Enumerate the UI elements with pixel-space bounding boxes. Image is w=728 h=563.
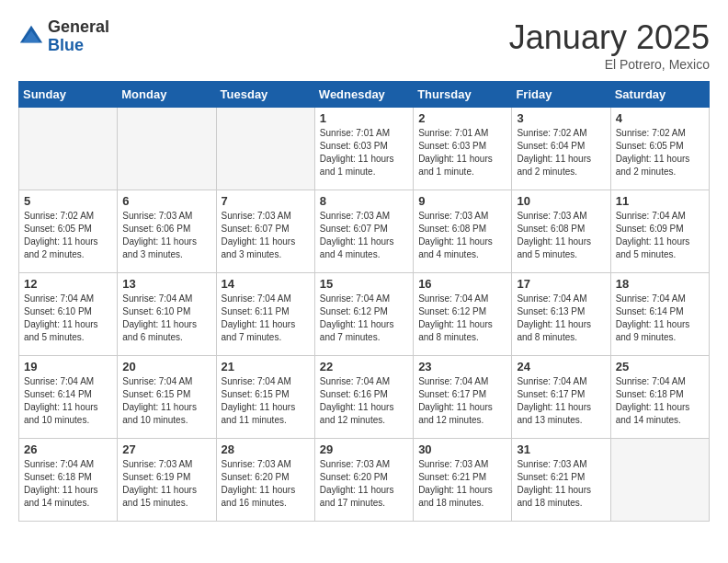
day-info: Sunrise: 7:04 AM Sunset: 6:10 PM Dayligh…	[24, 293, 112, 344]
calendar-cell: 14Sunrise: 7:04 AM Sunset: 6:11 PM Dayli…	[216, 273, 314, 356]
day-number: 30	[418, 442, 506, 456]
day-info: Sunrise: 7:03 AM Sunset: 6:21 PM Dayligh…	[418, 458, 506, 510]
calendar-cell: 28Sunrise: 7:03 AM Sunset: 6:20 PM Dayli…	[216, 439, 314, 522]
day-number: 25	[616, 360, 704, 373]
day-info: Sunrise: 7:04 AM Sunset: 6:12 PM Dayligh…	[418, 293, 506, 344]
day-number: 3	[517, 111, 605, 125]
calendar-cell: 24Sunrise: 7:04 AM Sunset: 6:17 PM Dayli…	[512, 356, 610, 439]
day-info: Sunrise: 7:03 AM Sunset: 6:06 PM Dayligh…	[122, 210, 210, 261]
day-info: Sunrise: 7:02 AM Sunset: 6:05 PM Dayligh…	[616, 127, 704, 178]
calendar-cell: 10Sunrise: 7:03 AM Sunset: 6:08 PM Dayli…	[512, 190, 610, 273]
day-info: Sunrise: 7:04 AM Sunset: 6:13 PM Dayligh…	[517, 293, 605, 344]
calendar-cell	[118, 108, 216, 190]
calendar-cell: 19Sunrise: 7:04 AM Sunset: 6:14 PM Dayli…	[19, 356, 118, 439]
calendar-cell	[610, 439, 709, 522]
day-info: Sunrise: 7:03 AM Sunset: 6:07 PM Dayligh…	[222, 210, 310, 261]
calendar-week-4: 19Sunrise: 7:04 AM Sunset: 6:14 PM Dayli…	[19, 356, 710, 439]
weekday-header-row: SundayMondayTuesdayWednesdayThursdayFrid…	[19, 82, 710, 108]
day-info: Sunrise: 7:03 AM Sunset: 6:19 PM Dayligh…	[122, 458, 210, 510]
logo: General Blue	[18, 18, 109, 55]
day-info: Sunrise: 7:03 AM Sunset: 6:08 PM Dayligh…	[418, 210, 506, 261]
day-info: Sunrise: 7:04 AM Sunset: 6:09 PM Dayligh…	[616, 210, 704, 261]
calendar-cell: 4Sunrise: 7:02 AM Sunset: 6:05 PM Daylig…	[610, 108, 709, 190]
day-info: Sunrise: 7:04 AM Sunset: 6:16 PM Dayligh…	[320, 375, 408, 427]
day-number: 29	[320, 442, 408, 456]
logo-blue-text: Blue	[48, 36, 84, 54]
calendar-week-2: 5Sunrise: 7:02 AM Sunset: 6:05 PM Daylig…	[19, 190, 710, 273]
day-info: Sunrise: 7:03 AM Sunset: 6:20 PM Dayligh…	[222, 458, 310, 510]
day-number: 22	[320, 360, 408, 373]
weekday-header-saturday: Saturday	[610, 82, 709, 108]
day-number: 15	[320, 277, 408, 291]
calendar-cell: 7Sunrise: 7:03 AM Sunset: 6:07 PM Daylig…	[216, 190, 314, 273]
day-number: 8	[320, 194, 408, 208]
calendar-cell: 20Sunrise: 7:04 AM Sunset: 6:15 PM Dayli…	[118, 356, 216, 439]
calendar-cell: 31Sunrise: 7:03 AM Sunset: 6:21 PM Dayli…	[512, 439, 610, 522]
calendar-cell: 15Sunrise: 7:04 AM Sunset: 6:12 PM Dayli…	[314, 273, 413, 356]
calendar-cell: 27Sunrise: 7:03 AM Sunset: 6:19 PM Dayli…	[118, 439, 216, 522]
calendar-cell: 1Sunrise: 7:01 AM Sunset: 6:03 PM Daylig…	[314, 108, 413, 190]
calendar-cell	[216, 108, 314, 190]
day-info: Sunrise: 7:01 AM Sunset: 6:03 PM Dayligh…	[418, 127, 506, 178]
calendar-cell: 18Sunrise: 7:04 AM Sunset: 6:14 PM Dayli…	[610, 273, 709, 356]
day-number: 11	[616, 194, 704, 208]
calendar-cell: 23Sunrise: 7:04 AM Sunset: 6:17 PM Dayli…	[414, 356, 512, 439]
calendar-cell: 2Sunrise: 7:01 AM Sunset: 6:03 PM Daylig…	[414, 108, 512, 190]
day-info: Sunrise: 7:04 AM Sunset: 6:17 PM Dayligh…	[517, 375, 605, 427]
calendar-cell: 17Sunrise: 7:04 AM Sunset: 6:13 PM Dayli…	[512, 273, 610, 356]
calendar-cell: 30Sunrise: 7:03 AM Sunset: 6:21 PM Dayli…	[414, 439, 512, 522]
day-info: Sunrise: 7:02 AM Sunset: 6:04 PM Dayligh…	[517, 127, 605, 178]
day-number: 9	[418, 194, 506, 208]
day-number: 6	[122, 194, 210, 208]
day-info: Sunrise: 7:04 AM Sunset: 6:12 PM Dayligh…	[320, 293, 408, 344]
day-info: Sunrise: 7:04 AM Sunset: 6:14 PM Dayligh…	[24, 375, 112, 427]
day-info: Sunrise: 7:03 AM Sunset: 6:08 PM Dayligh…	[517, 210, 605, 261]
page-header: General Blue January 2025 El Potrero, Me…	[18, 18, 710, 72]
calendar-cell: 8Sunrise: 7:03 AM Sunset: 6:07 PM Daylig…	[314, 190, 413, 273]
day-number: 20	[122, 360, 210, 373]
day-number: 19	[24, 360, 112, 373]
calendar-week-3: 12Sunrise: 7:04 AM Sunset: 6:10 PM Dayli…	[19, 273, 710, 356]
day-number: 23	[418, 360, 506, 373]
day-number: 13	[122, 277, 210, 291]
calendar-cell: 29Sunrise: 7:03 AM Sunset: 6:20 PM Dayli…	[314, 439, 413, 522]
location: El Potrero, Mexico	[509, 57, 710, 72]
day-info: Sunrise: 7:04 AM Sunset: 6:14 PM Dayligh…	[616, 293, 704, 344]
calendar-cell: 13Sunrise: 7:04 AM Sunset: 6:10 PM Dayli…	[118, 273, 216, 356]
calendar-week-5: 26Sunrise: 7:04 AM Sunset: 6:18 PM Dayli…	[19, 439, 710, 522]
day-info: Sunrise: 7:03 AM Sunset: 6:07 PM Dayligh…	[320, 210, 408, 261]
day-info: Sunrise: 7:03 AM Sunset: 6:21 PM Dayligh…	[517, 458, 605, 510]
day-number: 10	[517, 194, 605, 208]
day-number: 2	[418, 111, 506, 125]
day-info: Sunrise: 7:04 AM Sunset: 6:10 PM Dayligh…	[122, 293, 210, 344]
calendar-cell: 26Sunrise: 7:04 AM Sunset: 6:18 PM Dayli…	[19, 439, 118, 522]
calendar-cell: 3Sunrise: 7:02 AM Sunset: 6:04 PM Daylig…	[512, 108, 610, 190]
weekday-header-friday: Friday	[512, 82, 610, 108]
calendar-cell: 11Sunrise: 7:04 AM Sunset: 6:09 PM Dayli…	[610, 190, 709, 273]
day-info: Sunrise: 7:04 AM Sunset: 6:15 PM Dayligh…	[222, 375, 310, 427]
calendar-week-1: 1Sunrise: 7:01 AM Sunset: 6:03 PM Daylig…	[19, 108, 710, 190]
day-info: Sunrise: 7:03 AM Sunset: 6:20 PM Dayligh…	[320, 458, 408, 510]
day-number: 31	[517, 442, 605, 456]
day-number: 17	[517, 277, 605, 291]
month-title: January 2025	[509, 18, 710, 57]
day-number: 12	[24, 277, 112, 291]
calendar-cell: 12Sunrise: 7:04 AM Sunset: 6:10 PM Dayli…	[19, 273, 118, 356]
weekday-header-monday: Monday	[118, 82, 216, 108]
day-number: 16	[418, 277, 506, 291]
calendar-table: SundayMondayTuesdayWednesdayThursdayFrid…	[18, 81, 710, 522]
day-info: Sunrise: 7:04 AM Sunset: 6:15 PM Dayligh…	[122, 375, 210, 427]
calendar-cell: 21Sunrise: 7:04 AM Sunset: 6:15 PM Dayli…	[216, 356, 314, 439]
day-info: Sunrise: 7:04 AM Sunset: 6:18 PM Dayligh…	[616, 375, 704, 427]
day-number: 28	[222, 442, 310, 456]
day-info: Sunrise: 7:04 AM Sunset: 6:11 PM Dayligh…	[222, 293, 310, 344]
weekday-header-tuesday: Tuesday	[216, 82, 314, 108]
weekday-header-sunday: Sunday	[19, 82, 118, 108]
day-number: 7	[222, 194, 310, 208]
day-number: 4	[616, 111, 704, 125]
title-block: January 2025 El Potrero, Mexico	[509, 18, 710, 72]
day-number: 24	[517, 360, 605, 373]
logo-general-text: General	[48, 17, 109, 36]
day-number: 27	[122, 442, 210, 456]
calendar-cell: 16Sunrise: 7:04 AM Sunset: 6:12 PM Dayli…	[414, 273, 512, 356]
